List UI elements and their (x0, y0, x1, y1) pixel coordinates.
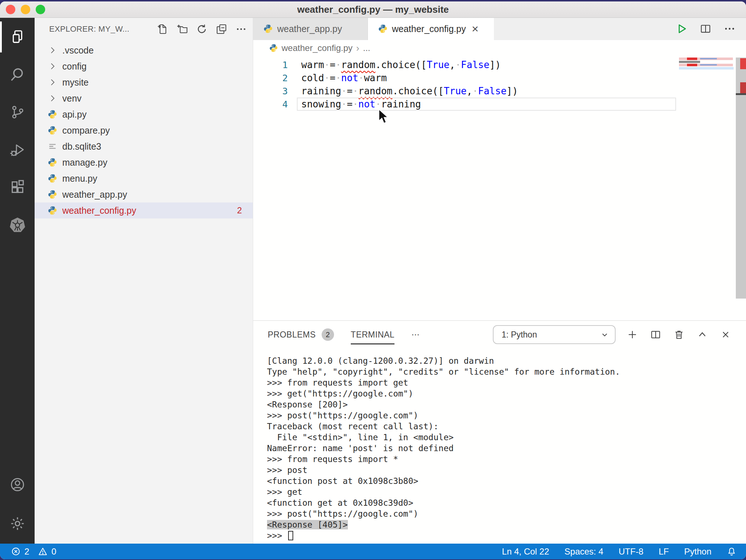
terminal-line: >>> get (267, 486, 739, 497)
run-debug-icon (9, 141, 26, 158)
run-python-file-icon[interactable] (675, 23, 688, 35)
minimize-window-button[interactable] (21, 5, 30, 14)
sidebar-item-menu-py[interactable]: menu.py (35, 170, 253, 186)
panel-header: PROBLEMS2TERMINAL⋯ 1: Python (253, 321, 746, 348)
file-label: compare.py (62, 125, 110, 136)
line-number: 2 (253, 73, 288, 83)
breadcrumb-file[interactable]: weather_config.py (282, 43, 353, 53)
refresh-icon[interactable] (196, 23, 208, 35)
extensions-icon (9, 179, 26, 196)
code-line-3[interactable]: 3raining·=·random.choice([True,·False]) (253, 84, 678, 98)
terminal-line: Traceback (most recent call last): (267, 421, 739, 432)
tab-weather-config[interactable]: weather_config.py × (368, 17, 494, 40)
status-item[interactable]: Python (684, 547, 711, 557)
sidebar-item--vscode[interactable]: .vscode (35, 42, 253, 58)
python-icon (48, 126, 57, 135)
error-marker (740, 58, 746, 69)
sidebar-item-config[interactable]: config (35, 58, 253, 74)
new-terminal-icon[interactable] (627, 329, 638, 340)
status-item[interactable]: Ln 4, Col 22 (502, 547, 549, 557)
activity-item-accounts[interactable] (0, 467, 35, 502)
status-warning-triangle[interactable]: 0 (38, 547, 56, 557)
python-icon (48, 190, 57, 199)
panel-tab-problems[interactable]: PROBLEMS2 (268, 321, 334, 348)
explorer-header: EXPLORER: MY_W... (35, 17, 253, 41)
python-icon (48, 206, 57, 215)
code-text: warm·=·random.choice([True,·False]) (288, 59, 501, 70)
status-right: Ln 4, Col 22Spaces: 4UTF-8LFPython (502, 544, 737, 559)
status-item[interactable]: UTF-8 (619, 547, 643, 557)
database-icon (48, 142, 57, 151)
activity-bar (0, 17, 35, 544)
shell-select-value: 1: Python (502, 330, 537, 340)
sidebar-item-weather-config-py[interactable]: weather_config.py2 (35, 202, 253, 218)
status-item[interactable]: LF (659, 547, 669, 557)
file-label: manage.py (62, 157, 107, 168)
terminal-line: >>> from requests import get (267, 377, 739, 388)
file-label: menu.py (62, 173, 97, 184)
close-tab-icon[interactable]: × (472, 23, 479, 35)
sidebar-item-api-py[interactable]: api.py (35, 106, 253, 122)
terminal[interactable]: [Clang 12.0.0 (clang-1200.0.32.27)] on d… (267, 355, 739, 541)
status-error-circle[interactable]: 2 (11, 547, 29, 557)
code-line-4[interactable]: 4snowing·=·not·raining (253, 98, 678, 111)
status-count: 0 (51, 547, 56, 557)
maximize-panel-icon[interactable] (696, 329, 708, 340)
scrollbar-overview-ruler[interactable] (736, 58, 746, 299)
panel-tab-more[interactable]: ⋯ (411, 321, 420, 348)
tab-label: weather_app.py (277, 24, 342, 34)
error-circle-icon (11, 547, 21, 556)
chevron-down-icon (600, 330, 610, 340)
code-line-1[interactable]: 1warm·=·random.choice([True,·False]) (253, 58, 678, 71)
line-number: 4 (253, 99, 288, 110)
panel-tab-terminal[interactable]: TERMINAL (351, 321, 394, 348)
collapse-folders-icon[interactable] (216, 23, 227, 35)
code-text: snowing·=·not·raining (288, 99, 421, 110)
close-panel-icon[interactable] (720, 329, 731, 340)
kill-terminal-icon[interactable] (673, 329, 685, 340)
minimap[interactable] (678, 57, 736, 90)
panel-action-icons (627, 329, 731, 340)
activity-item-run-debug[interactable] (0, 132, 35, 167)
terminal-line: >>> post("https://google.com") (267, 508, 739, 519)
zoom-window-button[interactable] (36, 5, 45, 14)
sidebar-item-compare-py[interactable]: compare.py (35, 122, 253, 138)
terminal-shell-select[interactable]: 1: Python (493, 325, 616, 344)
breadcrumb-more[interactable]: ... (363, 43, 370, 53)
breadcrumb[interactable]: weather_config.py › ... (253, 40, 746, 56)
sidebar-item-manage-py[interactable]: manage.py (35, 154, 253, 170)
file-label: weather_config.py (62, 205, 136, 216)
sidebar-item-weather-app-py[interactable]: weather_app.py (35, 186, 253, 202)
file-label: .vscode (62, 45, 94, 56)
activity-item-source-control[interactable] (0, 95, 35, 129)
error-count-badge: 2 (237, 205, 253, 216)
chevron-right-icon (48, 62, 57, 71)
sidebar-item-db-sqlite3[interactable]: db.sqlite3 (35, 138, 253, 154)
more-icon[interactable] (723, 23, 736, 35)
bottom-panel: PROBLEMS2TERMINAL⋯ 1: Python [Clang 12.0… (253, 320, 746, 544)
split-editor-icon[interactable] (699, 23, 712, 35)
split-terminal-icon[interactable] (650, 329, 661, 340)
explorer-title: EXPLORER: MY_W... (49, 24, 129, 34)
activity-item-search[interactable] (0, 57, 35, 92)
error-marker (740, 82, 746, 93)
status-left: 20 (11, 544, 56, 559)
bell-icon[interactable] (727, 547, 737, 556)
close-window-button[interactable] (6, 5, 15, 14)
new-file-icon[interactable] (157, 23, 168, 35)
tab-weather-app[interactable]: weather_app.py (253, 17, 368, 40)
activity-item-extensions[interactable] (0, 170, 35, 204)
new-folder-icon[interactable] (176, 23, 188, 35)
code-editor[interactable]: 1warm·=·random.choice([True,·False])2col… (253, 56, 678, 111)
activity-item-kubernetes[interactable] (0, 207, 35, 242)
code-line-2[interactable]: 2cold·=·not·warm (253, 71, 678, 84)
status-item[interactable]: Spaces: 4 (565, 547, 604, 557)
sidebar-item-mysite[interactable]: mysite (35, 74, 253, 90)
sidebar-item-venv[interactable]: venv (35, 90, 253, 106)
more-icon[interactable] (235, 23, 247, 35)
activity-item-explorer[interactable] (0, 20, 35, 54)
panel-tab-label: TERMINAL (351, 330, 394, 340)
minimap-line (679, 67, 734, 70)
activity-item-settings[interactable] (0, 506, 35, 541)
terminal-line: <function post at 0x1098c3b80> (267, 476, 739, 486)
